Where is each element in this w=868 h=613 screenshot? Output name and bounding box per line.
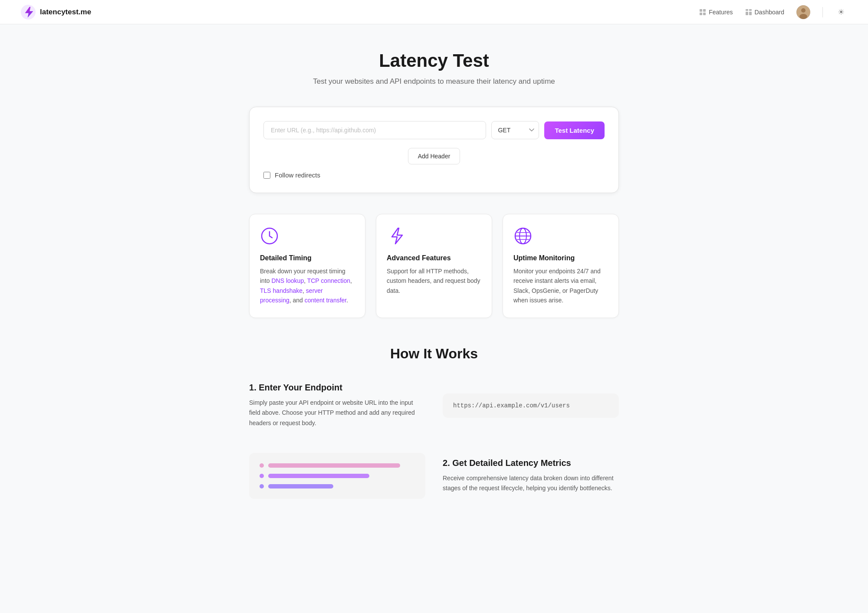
dns-lookup-link[interactable]: DNS lookup [271,277,304,284]
svg-rect-6 [749,9,752,11]
add-header-button[interactable]: Add Header [408,148,460,164]
svg-rect-7 [746,12,748,15]
hiw-step-1-row: 1. Enter Your Endpoint Simply paste your… [249,383,619,429]
how-it-works-section: How It Works 1. Enter Your Endpoint Simp… [249,346,619,499]
hiw-step-2-visual [249,453,425,499]
hiw-step-2-title: 2. Get Detailed Latency Metrics [443,458,619,468]
hiw-step-1-title: 1. Enter Your Endpoint [249,383,425,393]
hiw-step-1-visual: https://api.example.com/v1/users [443,393,619,418]
follow-redirects-row: Follow redirects [263,171,605,179]
svg-rect-2 [703,9,706,12]
svg-point-10 [801,8,806,13]
avatar[interactable] [796,5,810,19]
svg-rect-5 [746,9,748,11]
svg-rect-4 [703,13,706,15]
hiw-step-1-desc: Simply paste your API endpoint or websit… [249,398,425,429]
bar-dot-1 [260,463,264,468]
feature-advanced-desc: Support for all HTTP methods, custom hea… [387,266,481,295]
navbar-right: Features Dashboard ☀ [699,5,847,19]
hiw-step-2-row: 2. Get Detailed Latency Metrics Receive … [249,453,619,499]
feature-timing-title: Detailed Timing [260,254,355,262]
nav-dashboard[interactable]: Dashboard [745,9,785,16]
test-card: GET POST PUT DELETE PATCH HEAD OPTIONS T… [249,107,619,193]
content-transfer-link[interactable]: content transfer [305,297,347,304]
nav-features[interactable]: Features [699,9,733,16]
feature-card-uptime: Uptime Monitoring Monitor your endpoints… [503,214,619,318]
dashboard-icon [745,9,752,16]
nav-divider [822,7,823,17]
svg-rect-8 [749,12,752,15]
features-grid-icon [699,9,706,16]
nav-features-label: Features [709,9,733,16]
bar-1 [268,463,400,468]
theme-toggle[interactable]: ☀ [835,6,847,18]
logo-text: latencytest.me [40,8,91,16]
globe-icon [513,226,533,246]
bar-row-1 [260,463,415,468]
feature-card-timing: Detailed Timing Break down your request … [249,214,365,318]
logo-icon [21,5,36,20]
hero-subtitle: Test your websites and API endpoints to … [249,77,619,86]
hero-title: Latency Test [249,50,619,71]
method-select[interactable]: GET POST PUT DELETE PATCH HEAD OPTIONS [491,121,539,139]
feature-card-advanced: Advanced Features Support for all HTTP m… [376,214,492,318]
main-content: Latency Test Test your websites and API … [239,24,629,558]
tls-handshake-link[interactable]: TLS handshake [260,287,302,294]
bar-row-2 [260,474,415,478]
svg-rect-1 [700,9,702,12]
test-latency-button[interactable]: Test Latency [544,121,605,139]
logo[interactable]: latencytest.me [21,5,91,20]
clock-icon [260,226,279,246]
bar-dot-2 [260,474,264,478]
hiw-step-2-text: 2. Get Detailed Latency Metrics Receive … [443,458,619,494]
tcp-connection-link[interactable]: TCP connection [307,277,350,284]
features-grid: Detailed Timing Break down your request … [249,214,619,318]
feature-timing-desc: Break down your request timing into DNS … [260,266,355,305]
feature-advanced-title: Advanced Features [387,254,481,262]
nav-dashboard-label: Dashboard [755,9,785,16]
follow-redirects-checkbox[interactable] [263,172,270,179]
bar-dot-3 [260,484,264,488]
svg-rect-3 [700,13,702,15]
hero-section: Latency Test Test your websites and API … [249,50,619,86]
navbar: latencytest.me Features Dashboard [0,0,868,24]
feature-uptime-title: Uptime Monitoring [513,254,608,262]
bar-2 [268,474,369,478]
add-header-row: Add Header [263,148,605,164]
hiw-title: How It Works [249,346,619,362]
hiw-step-1-text: 1. Enter Your Endpoint Simply paste your… [249,383,425,429]
bolt-icon [387,226,406,246]
bar-3 [268,484,333,488]
bar-row-3 [260,484,415,488]
feature-uptime-desc: Monitor your endpoints 24/7 and receive … [513,266,608,305]
url-row: GET POST PUT DELETE PATCH HEAD OPTIONS T… [263,121,605,139]
follow-redirects-label: Follow redirects [275,171,320,179]
url-input[interactable] [263,121,486,139]
svg-point-11 [799,14,807,19]
hiw-step-2-desc: Receive comprehensive latency data broke… [443,473,619,494]
